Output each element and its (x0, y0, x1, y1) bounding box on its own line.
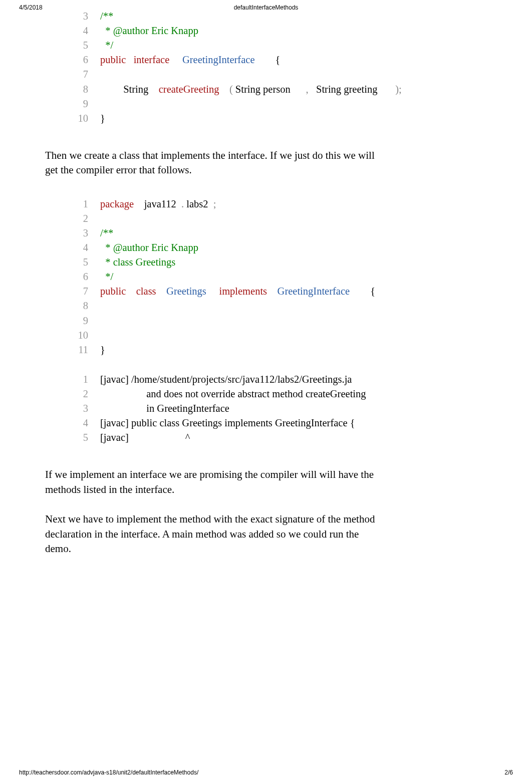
code-line-content: * @author Eric Knapp (100, 24, 512, 38)
code-line: 1package java112 . labs2 ; (75, 197, 512, 211)
code-token: GreetingInterface (278, 286, 350, 297)
code-line-content (100, 97, 512, 111)
code-token (377, 84, 395, 95)
code-token: class (136, 286, 156, 297)
line-number: 8 (75, 82, 100, 97)
code-token: */ (100, 271, 113, 282)
line-number: 4 (75, 416, 100, 430)
code-token: createGreeting (159, 84, 219, 95)
line-number: 3 (75, 401, 100, 416)
code-token: * @author Eric Knapp (100, 242, 198, 253)
code-token (267, 286, 278, 297)
code-line: 10} (75, 111, 512, 126)
code-token: { (370, 286, 375, 297)
code-line: 6 */ (75, 270, 512, 284)
code-token (100, 84, 123, 95)
code-token: public (100, 54, 126, 65)
code-token: java112 (144, 198, 176, 209)
line-number: 9 (75, 97, 100, 111)
line-number: 5 (75, 38, 100, 53)
line-number: 10 (75, 111, 100, 126)
code-line-content (100, 211, 512, 226)
code-token (208, 198, 213, 209)
code-line: 10 (75, 328, 512, 343)
code-line: 7 (75, 67, 512, 82)
print-footer-url: http://teachersdoor.com/advjava-s18/unit… (19, 769, 198, 776)
code-token: String (123, 84, 148, 95)
line-number: 5 (75, 255, 100, 270)
code-block-class: 1package java112 . labs2 ;2 3/**4 * @aut… (75, 197, 512, 357)
code-token: public (100, 286, 126, 297)
line-number: 5 (75, 430, 100, 445)
code-line-content: package java112 . labs2 ; (100, 197, 512, 211)
code-token (219, 84, 229, 95)
code-token (148, 84, 159, 95)
line-number: 7 (75, 284, 100, 299)
code-line: 2 (75, 211, 512, 226)
code-line-content: and does not override abstract method cr… (100, 387, 512, 401)
code-line: 9 (75, 314, 512, 328)
code-line-content: * class Greetings (100, 255, 512, 270)
code-token (309, 84, 316, 95)
line-number: 1 (75, 197, 100, 211)
code-token (206, 286, 219, 297)
code-token: /** (100, 227, 113, 238)
code-line-content: /** (100, 9, 512, 24)
code-line-content: [javac] /home/student/projects/src/java1… (100, 372, 512, 387)
line-number: 6 (75, 270, 100, 284)
code-token: String person (235, 84, 291, 95)
code-line: 4[javac] public class Greetings implemen… (75, 416, 512, 430)
code-token (134, 198, 144, 209)
code-line-content (100, 314, 512, 328)
code-line-content (100, 67, 512, 82)
code-token (126, 54, 133, 65)
line-number: 2 (75, 387, 100, 401)
code-token (291, 84, 306, 95)
code-line: 4 * @author Eric Knapp (75, 24, 512, 38)
code-token: String greeting (316, 84, 377, 95)
line-number: 4 (75, 24, 100, 38)
code-line: 8 (75, 299, 512, 313)
line-number: 3 (75, 9, 100, 24)
code-token: * @author Eric Knapp (100, 25, 198, 36)
line-number: 8 (75, 299, 100, 313)
code-line: 3/** (75, 226, 512, 240)
code-line-content: in GreetingInterface (100, 401, 512, 416)
code-line-content: } (100, 343, 512, 357)
code-line: 11} (75, 343, 512, 357)
code-token: ( (229, 84, 233, 95)
prose-paragraph: If we implement an interface we are prom… (45, 467, 386, 497)
code-token (156, 286, 167, 297)
code-token: [javac] /home/student/projects/src/java1… (100, 374, 352, 385)
prose-paragraph: Then we create a class that implements t… (45, 148, 386, 178)
code-line-content: [javac] ^ (100, 430, 512, 445)
code-line: 4 * @author Eric Knapp (75, 240, 512, 255)
line-number: 3 (75, 226, 100, 240)
code-token: labs2 (186, 198, 208, 209)
line-number: 9 (75, 314, 100, 328)
code-line: 6public interface GreetingInterface { (75, 53, 512, 67)
code-token: Greetings (166, 286, 206, 297)
code-line-content (100, 328, 512, 343)
code-token: package (100, 198, 134, 209)
code-line-content: * @author Eric Knapp (100, 240, 512, 255)
code-token: /** (100, 11, 113, 22)
line-number: 4 (75, 240, 100, 255)
code-line: 3/** (75, 9, 512, 24)
code-line-content: */ (100, 270, 512, 284)
line-number: 2 (75, 211, 100, 226)
code-line: 8 String createGreeting ( String person … (75, 82, 512, 97)
code-token: implements (219, 286, 267, 297)
code-token (126, 286, 136, 297)
code-token (350, 286, 370, 297)
code-token: and does not override abstract method cr… (100, 388, 366, 399)
code-block-error: 1[javac] /home/student/projects/src/java… (75, 372, 512, 445)
code-line-content: */ (100, 38, 512, 53)
code-token (176, 198, 181, 209)
code-line: 1[javac] /home/student/projects/src/java… (75, 372, 512, 387)
code-token: * class Greetings (100, 256, 175, 268)
prose-paragraph: Next we have to implement the method wit… (45, 512, 386, 556)
code-line-content: public class Greetings implements Greeti… (100, 284, 512, 299)
code-line: 2 and does not override abstract method … (75, 387, 512, 401)
page-content: 3/**4 * @author Eric Knapp5 */6public in… (45, 9, 512, 571)
